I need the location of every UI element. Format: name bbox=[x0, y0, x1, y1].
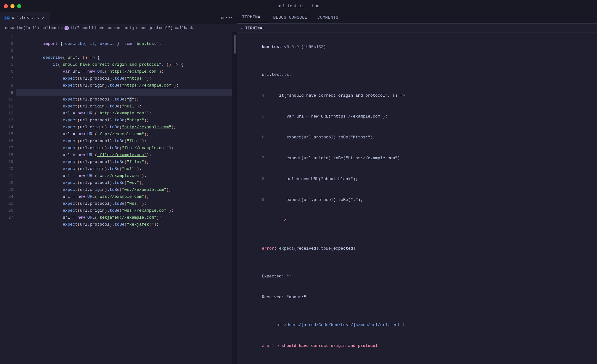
breadcrumb-part-2: it("should have correct origin and proto… bbox=[70, 26, 193, 30]
terminal-skip-line: - url > should work with blob urls bbox=[242, 356, 592, 364]
tab-bar: TS url.test.ts × ⊞ ••• bbox=[0, 12, 237, 24]
code-line: expect(url.protocol).toBe("ws:"); bbox=[16, 173, 232, 179]
terminal-line: url.test.ts: bbox=[242, 64, 592, 85]
tab-comments[interactable]: COMMENTS bbox=[312, 11, 343, 23]
code-line: expect(url.protocol).toBe("file:"); bbox=[16, 152, 232, 159]
terminal-line: 6 | expect(url.protocol).toBe("https:"); bbox=[242, 127, 592, 148]
minimize-button[interactable] bbox=[10, 4, 15, 8]
code-line: expect(url.protocol).toBe("http:"); bbox=[16, 110, 232, 117]
code-line: expect(url.protocol).toBe("ftp:"); bbox=[16, 131, 232, 138]
breadcrumb-sep-1: > bbox=[61, 26, 63, 30]
terminal-arrow-icon: ▾ bbox=[241, 27, 243, 30]
ts-badge: TS bbox=[4, 16, 10, 20]
code-line-active: expect(url.protocol).toBe(":"); bbox=[16, 89, 232, 96]
code-line: expect(url.origin).toBe("wss://example.c… bbox=[16, 200, 232, 207]
code-line bbox=[16, 40, 232, 47]
maximize-button[interactable] bbox=[17, 4, 21, 8]
code-line: url = new URL("kekjafek://example.com"); bbox=[16, 207, 232, 214]
editor-pane: TS url.test.ts × ⊞ ••• describe("url") c… bbox=[0, 12, 237, 364]
tab-icons: ⊞ ••• bbox=[221, 15, 237, 21]
terminal-line: 7 | expect(url.origin).toBe("https://exa… bbox=[242, 148, 592, 169]
code-line: expect(url.protocol).toBe("wss:"); bbox=[16, 193, 232, 200]
tab-terminal[interactable]: TERMINAL bbox=[237, 11, 268, 23]
more-options-icon[interactable]: ••• bbox=[226, 15, 233, 20]
terminal-line bbox=[242, 58, 592, 64]
code-line: var url = new URL("https://example.com")… bbox=[16, 61, 232, 68]
code-area: 1 2 3 4 5 6 7 8 9 10 11 12 13 14 15 16 1… bbox=[0, 32, 237, 364]
tab-close-button[interactable]: × bbox=[41, 15, 46, 21]
terminal-line: 8 | url = new URL("about:blank"); bbox=[242, 169, 592, 190]
terminal-line: bun test v0.5.9 (1b90c132) bbox=[242, 37, 592, 58]
main-container: TS url.test.ts × ⊞ ••• describe("url") c… bbox=[0, 12, 597, 364]
traffic-lights bbox=[4, 4, 21, 8]
code-line: expect(url.protocol).toBe("kekjafek:"); bbox=[16, 214, 232, 221]
terminal-at-line: at /Users/jarred/Code/bun/test/js/web/ur… bbox=[242, 315, 592, 336]
terminal-line: 9 | expect(url.protocol).toBe(":"); bbox=[242, 190, 592, 210]
breadcrumb-part-1: describe("url") callback bbox=[5, 26, 60, 30]
terminal-received-line: Received: "about:" bbox=[242, 287, 592, 308]
code-line: expect(url.origin).toBe("ws://example.co… bbox=[16, 179, 232, 186]
terminal-line bbox=[242, 259, 592, 266]
split-editor-icon[interactable]: ⊞ bbox=[221, 15, 224, 21]
terminal-error-line: error: expect(received).toBe(expected) bbox=[242, 238, 592, 259]
code-content: import { describe, it, expect } from "bu… bbox=[16, 32, 232, 364]
tab-debug-console[interactable]: DEBUG CONSOLE bbox=[268, 11, 312, 23]
code-line: expect(url.origin).toBe("null"); bbox=[16, 96, 232, 103]
window-title: url.test.ts — bun bbox=[277, 4, 320, 9]
close-button[interactable] bbox=[4, 4, 8, 8]
terminal-header-label: TERMINAL bbox=[245, 26, 265, 31]
terminal-caret-line: ^ bbox=[242, 210, 592, 231]
terminal-sub-header: ▾ TERMINAL bbox=[237, 24, 597, 33]
code-line: describe("url", () => { bbox=[16, 47, 232, 54]
code-line: url = new URL("ws://example.com"); bbox=[16, 166, 232, 173]
code-line: expect(url.origin).toBe("ftp://example.c… bbox=[16, 138, 232, 145]
line-numbers: 1 2 3 4 5 6 7 8 9 10 11 12 13 14 15 16 1… bbox=[0, 32, 16, 364]
title-bar: url.test.ts — bun bbox=[0, 0, 597, 12]
terminal-fail-line: ✗ url > should have correct origin and p… bbox=[242, 336, 592, 356]
breadcrumb: describe("url") callback > ⬡ it("should … bbox=[0, 24, 237, 32]
tab-filename: url.test.ts bbox=[12, 15, 39, 20]
scroll-indicator[interactable] bbox=[232, 32, 237, 364]
code-line: expect(url.protocol).toBe("https:"); bbox=[16, 68, 232, 75]
code-line: url = new URL("file://example.com"); bbox=[16, 145, 232, 152]
terminal-line bbox=[242, 231, 592, 238]
code-line: expect(url.origin).toBe("https://example… bbox=[16, 75, 232, 82]
terminal-expected-line: Expected: ":" bbox=[242, 266, 592, 287]
panel-tabs: TERMINAL DEBUG CONSOLE COMMENTS bbox=[237, 12, 597, 24]
breadcrumb-icon: ⬡ bbox=[64, 26, 69, 30]
code-line: url = new URL("about:blank"); bbox=[16, 82, 232, 89]
code-line: import { describe, it, expect } from "bu… bbox=[16, 33, 232, 40]
code-line: url = new URL("wss://example.com"); bbox=[16, 186, 232, 193]
code-line: it("should have correct origin and proto… bbox=[16, 54, 232, 61]
terminal-content[interactable]: bun test v0.5.9 (1b90c132) url.test.ts: … bbox=[237, 33, 597, 364]
code-line: url = new URL("ftp://example.com"); bbox=[16, 124, 232, 131]
code-line: expect(url.origin).toBe("http://example.… bbox=[16, 117, 232, 124]
scroll-thumb[interactable] bbox=[234, 35, 236, 54]
terminal-line: 5 | var url = new URL("https://example.c… bbox=[242, 106, 592, 127]
terminal-line: 4 | it("should have correct origin and p… bbox=[242, 85, 592, 106]
code-line: url = new URL("http://example.com"); bbox=[16, 103, 232, 110]
code-line: expect(url.origin).toBe("null"); bbox=[16, 159, 232, 166]
active-tab[interactable]: TS url.test.ts × bbox=[0, 12, 50, 24]
terminal-line bbox=[242, 308, 592, 315]
terminal-pane: TERMINAL DEBUG CONSOLE COMMENTS ▾ TERMIN… bbox=[237, 12, 597, 364]
